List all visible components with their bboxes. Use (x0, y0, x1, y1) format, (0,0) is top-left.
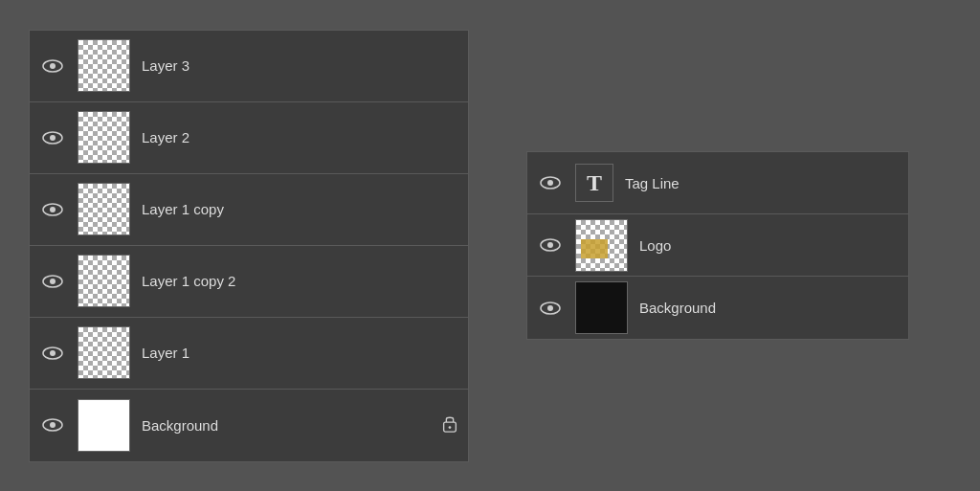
visibility-icon-background[interactable] (39, 415, 66, 435)
visibility-icon-right-background[interactable] (537, 299, 564, 318)
visibility-icon-layer1[interactable] (39, 344, 66, 363)
layer-thumbnail-right-background (575, 281, 628, 334)
layer-name-layer1copy: Layer 1 copy (142, 201, 458, 217)
layer-row-layer1copy2[interactable]: Layer 1 copy 2 (30, 246, 468, 318)
svg-point-15 (547, 180, 553, 186)
layer-thumbnail-background (78, 399, 130, 452)
svg-point-7 (50, 279, 56, 284)
layer-thumbnail-logo (575, 219, 628, 272)
layer-row-layer3[interactable]: Layer 3 (30, 31, 468, 102)
layer-name-tagline: Tag Line (625, 175, 899, 191)
layer-thumbnail-tagline: T (575, 164, 613, 202)
layer-row-tagline[interactable]: T Tag Line (527, 152, 908, 214)
visibility-icon-layer1copy2[interactable] (39, 272, 66, 291)
svg-point-13 (449, 426, 452, 429)
layer-row-background[interactable]: Background (30, 390, 468, 461)
layer-name-layer3: Layer 3 (142, 57, 458, 74)
layer-name-layer1copy2: Layer 1 copy 2 (142, 273, 458, 289)
visibility-icon-layer1copy[interactable] (39, 200, 66, 219)
svg-point-5 (50, 207, 56, 212)
visibility-icon-layer2[interactable] (39, 128, 66, 147)
left-layers-panel: Layer 3 Layer 2 Layer 1 copy (29, 30, 469, 462)
layer-thumbnail-layer3 (78, 39, 130, 92)
svg-point-1 (50, 63, 56, 69)
right-layers-panel: T Tag Line Logo Background (526, 151, 909, 340)
lock-icon-background (441, 413, 458, 437)
layer-name-layer1: Layer 1 (142, 345, 458, 361)
visibility-icon-tagline[interactable] (537, 173, 564, 192)
svg-point-19 (547, 305, 553, 311)
layer-thumbnail-layer1copy2 (78, 255, 130, 307)
layer-name-logo: Logo (639, 237, 899, 254)
layer-row-layer2[interactable]: Layer 2 (30, 102, 468, 174)
layer-name-layer2: Layer 2 (142, 129, 458, 145)
visibility-icon-logo[interactable] (537, 235, 564, 255)
layer-row-layer1copy[interactable]: Layer 1 copy (30, 174, 468, 246)
svg-point-17 (547, 242, 553, 248)
layer-row-layer1[interactable]: Layer 1 (30, 318, 468, 390)
svg-point-3 (50, 135, 56, 141)
svg-point-11 (50, 422, 56, 428)
visibility-icon-layer3[interactable] (39, 56, 66, 76)
layer-thumbnail-layer2 (78, 111, 130, 164)
layer-name-background: Background (142, 417, 430, 434)
layer-row-logo[interactable]: Logo (527, 214, 908, 277)
layer-name-right-background: Background (639, 300, 899, 316)
layer-thumbnail-layer1copy (78, 183, 130, 235)
layer-thumbnail-layer1 (78, 326, 130, 379)
layer-row-right-background[interactable]: Background (527, 277, 908, 339)
svg-point-9 (50, 350, 56, 356)
